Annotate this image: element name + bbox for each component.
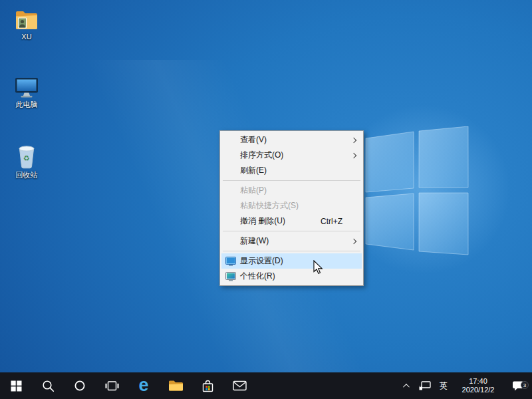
menu-item-undo-delete[interactable]: 撤消 删除(U) Ctrl+Z xyxy=(221,213,362,229)
svg-text:♻: ♻ xyxy=(23,154,30,162)
menu-item-shortcut: Ctrl+Z xyxy=(321,217,342,226)
store-icon xyxy=(201,379,214,393)
submenu-arrow-icon xyxy=(350,152,356,158)
desktop-icon-label: 此电脑 xyxy=(16,100,38,109)
menu-item-paste[interactable]: 粘贴(P) xyxy=(221,183,362,198)
mouse-cursor-icon xyxy=(313,260,324,275)
menu-item-icon-slot xyxy=(221,163,240,178)
desktop-icon-recycle-bin[interactable]: ♻ 回收站 xyxy=(8,145,45,180)
personalization-icon xyxy=(225,272,236,281)
desktop-icon-label: XU xyxy=(21,33,31,41)
store-button[interactable] xyxy=(192,372,223,399)
system-tray: 英 17:40 2020/12/2 3 xyxy=(395,372,532,399)
menu-item-icon-slot xyxy=(221,233,240,249)
chevron-up-icon xyxy=(402,383,409,390)
menu-item-display-settings[interactable]: 显示设置(D) xyxy=(221,253,362,269)
menu-item-icon-slot xyxy=(221,132,240,148)
clock-date: 2020/12/2 xyxy=(462,386,495,394)
menu-separator xyxy=(223,180,360,181)
start-button[interactable] xyxy=(0,372,32,399)
recycle-bin-icon: ♻ xyxy=(14,145,39,169)
this-pc-icon xyxy=(14,74,39,98)
menu-item-icon-slot xyxy=(221,148,240,163)
desktop[interactable]: XU 此电脑 ♻ xyxy=(0,0,532,372)
desktop-icon-label: 回收站 xyxy=(16,171,38,180)
windows-start-icon xyxy=(11,380,22,392)
clock-time: 17:40 xyxy=(469,377,487,386)
task-view-icon xyxy=(105,381,119,391)
submenu-arrow-icon xyxy=(350,137,356,142)
windows-logo-icon xyxy=(363,126,469,257)
menu-item-icon-slot xyxy=(221,198,240,213)
edge-icon: e xyxy=(138,376,148,394)
taskbar: e xyxy=(0,372,532,399)
mail-button[interactable] xyxy=(223,372,255,399)
file-explorer-icon xyxy=(168,380,184,392)
user-folder-icon xyxy=(14,7,39,31)
menu-item-view[interactable]: 查看(V) xyxy=(221,132,362,148)
menu-item-paste-shortcut[interactable]: 粘贴快捷方式(S) xyxy=(221,198,362,213)
ime-language-label: 英 xyxy=(440,380,448,392)
menu-item-refresh[interactable]: 刷新(E) xyxy=(221,163,362,178)
desktop-icon-this-pc[interactable]: 此电脑 xyxy=(8,74,45,109)
notification-button[interactable]: 3 xyxy=(504,372,532,399)
ime-indicator[interactable]: 英 xyxy=(435,372,452,399)
network-icon xyxy=(419,381,431,391)
menu-item-icon-slot xyxy=(221,213,240,229)
desktop-icon-xu[interactable]: XU xyxy=(8,7,45,41)
menu-separator xyxy=(223,251,360,251)
context-menu: 查看(V) 排序方式(O) 刷新(E) 粘贴(P) 粘贴快捷方式(S) 撤消 删… xyxy=(219,130,364,286)
search-icon xyxy=(42,380,55,392)
notification-count-badge: 3 xyxy=(521,381,529,389)
menu-item-sort-by[interactable]: 排序方式(O) xyxy=(221,148,362,163)
menu-item-personalize[interactable]: 个性化(R) xyxy=(221,269,362,284)
menu-item-icon-slot xyxy=(221,183,240,198)
file-explorer-button[interactable] xyxy=(160,372,192,399)
task-view-button[interactable] xyxy=(96,372,128,399)
tray-expand-button[interactable] xyxy=(395,372,415,399)
cortana-icon xyxy=(74,380,86,392)
menu-separator xyxy=(223,231,360,231)
cortana-button[interactable] xyxy=(64,372,96,399)
edge-button[interactable]: e xyxy=(128,372,160,399)
mail-icon xyxy=(233,380,247,391)
menu-item-new[interactable]: 新建(W) xyxy=(221,233,362,249)
submenu-arrow-icon xyxy=(350,238,356,243)
network-tray-button[interactable] xyxy=(415,372,435,399)
display-settings-icon xyxy=(225,257,236,266)
search-button[interactable] xyxy=(32,372,64,399)
taskbar-clock[interactable]: 17:40 2020/12/2 xyxy=(452,372,504,399)
